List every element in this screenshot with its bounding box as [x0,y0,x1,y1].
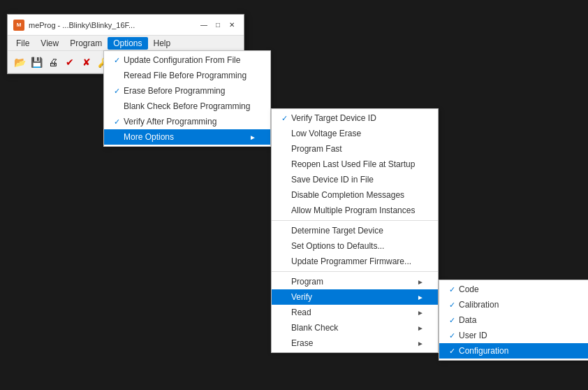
arrow-read: ► [417,309,424,317]
options-dropdown: Update Configuration From File Reread Fi… [103,50,271,147]
menu-item-read-sub[interactable]: Read ► [272,305,438,320]
close-button[interactable]: ✕ [226,19,238,31]
menu-item-verify-sub[interactable]: Verify ► [272,289,438,305]
menu-help[interactable]: Help [148,37,177,50]
menu-item-user-id[interactable]: User ID [439,328,588,343]
check-erase-before [110,87,124,96]
menu-file[interactable]: File [10,37,35,50]
menu-options[interactable]: Options [108,37,147,50]
minimize-button[interactable]: — [198,19,210,31]
menu-item-disable-completion[interactable]: Disable Completion Messages [272,187,438,203]
check-configuration [445,347,459,356]
menu-item-set-defaults[interactable]: Set Options to Defaults... [272,238,438,254]
menu-item-more-options[interactable]: More Options ► [104,129,270,145]
title-bar: M meProg - ...Blinky\Blinky_16F... — □ ✕ [8,15,244,36]
maximize-button[interactable]: □ [212,19,224,31]
menu-item-program-fast[interactable]: Program Fast [272,141,438,157]
save-icon[interactable]: 💾 [29,55,44,70]
check-verify-after [110,117,124,127]
title-bar-controls: — □ ✕ [198,19,238,31]
check-verify-target-id [277,114,291,123]
menu-item-configuration[interactable]: Configuration [439,343,588,359]
menu-item-update-config[interactable]: Update Configuration From File [104,52,270,68]
check-update-config [110,56,124,65]
separator-1 [272,220,438,221]
arrow-blank-check: ► [417,324,424,332]
menu-item-data[interactable]: Data [439,312,588,328]
menu-item-update-firmware[interactable]: Update Programmer Firmware... [272,254,438,269]
arrow-program: ► [417,278,424,286]
menu-item-low-voltage-erase[interactable]: Low Voltage Erase [272,126,438,141]
menu-item-code[interactable]: Code [439,282,588,297]
app-icon: M [13,20,24,31]
menu-item-verify-target-id[interactable]: Verify Target Device ID [272,110,438,126]
menu-item-reread-file[interactable]: Reread File Before Programming [104,68,270,83]
check-icon[interactable]: ✔ [62,55,78,70]
separator-2 [272,271,438,272]
more-options-dropdown: Verify Target Device ID Low Voltage Eras… [271,108,439,353]
print-icon[interactable]: 🖨 [45,55,61,70]
check-code [445,285,459,294]
open-icon[interactable]: 📂 [12,55,27,70]
menu-item-allow-multiple[interactable]: Allow Multiple Program Instances [272,203,438,218]
menu-bar: File View Program Options Help [8,36,244,51]
menu-view[interactable]: View [35,37,64,50]
cancel-icon[interactable]: ✘ [79,55,94,70]
menu-item-reopen-last[interactable]: Reopen Last Used File at Startup [272,157,438,172]
check-calibration [445,301,459,310]
arrow-more-options: ► [249,133,256,141]
arrow-verify: ► [417,294,424,301]
arrow-erase: ► [417,340,424,347]
menu-item-calibration[interactable]: Calibration [439,297,588,312]
menu-item-program-sub[interactable]: Program ► [272,274,438,289]
menu-item-blank-check-sub[interactable]: Blank Check ► [272,320,438,335]
menu-item-erase-sub[interactable]: Erase ► [272,335,438,351]
verify-dropdown: Code Calibration Data User ID Configurat… [439,280,588,361]
check-data [445,316,459,325]
menu-program[interactable]: Program [64,37,108,50]
menu-item-save-device-id[interactable]: Save Device ID in File [272,172,438,187]
menu-item-erase-before[interactable]: Erase Before Programming [104,83,270,99]
menu-item-verify-after[interactable]: Verify After Programming [104,114,270,129]
window-title: meProg - ...Blinky\Blinky_16F... [29,21,198,29]
check-user-id [445,331,459,340]
menu-item-determine-target[interactable]: Determine Target Device [272,223,438,238]
menu-item-blank-check[interactable]: Blank Check Before Programming [104,99,270,114]
